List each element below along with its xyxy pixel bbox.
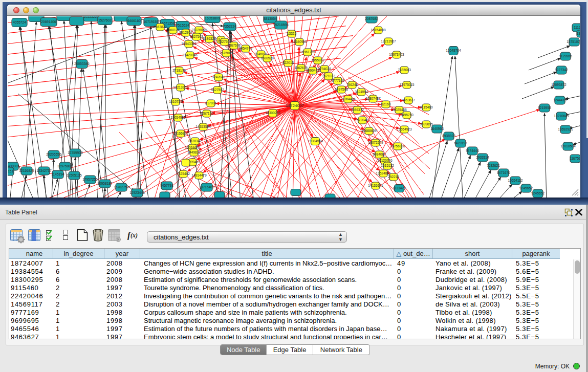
svg-text:2933114: 2933114 bbox=[476, 156, 489, 159]
svg-text:12093872: 12093872 bbox=[551, 83, 567, 86]
svg-text:6497508: 6497508 bbox=[335, 87, 348, 91]
svg-text:12505135: 12505135 bbox=[67, 173, 82, 177]
svg-text:9245652: 9245652 bbox=[531, 191, 545, 195]
svg-text:10807487: 10807487 bbox=[365, 97, 381, 100]
svg-text:18300295: 18300295 bbox=[265, 111, 280, 115]
svg-text:1588520: 1588520 bbox=[260, 56, 274, 60]
svg-text:9495750: 9495750 bbox=[400, 113, 413, 117]
svg-text:9463627: 9463627 bbox=[402, 98, 415, 102]
svg-text:6466160: 6466160 bbox=[127, 19, 141, 23]
svg-text:1640953: 1640953 bbox=[430, 127, 444, 130]
svg-text:9327508: 9327508 bbox=[218, 40, 231, 43]
svg-text:1621072: 1621072 bbox=[322, 74, 335, 78]
svg-text:18640910: 18640910 bbox=[292, 40, 307, 43]
svg-text:39151: 39151 bbox=[8, 169, 13, 173]
svg-text:7632621: 7632621 bbox=[487, 164, 500, 167]
svg-text:7515524: 7515524 bbox=[176, 24, 189, 27]
svg-text:1145194: 1145194 bbox=[51, 172, 64, 176]
svg-text:9457791: 9457791 bbox=[160, 184, 173, 187]
svg-text:12213359: 12213359 bbox=[173, 85, 188, 89]
svg-text:10553267: 10553267 bbox=[83, 16, 99, 18]
svg-text:20691406: 20691406 bbox=[41, 20, 56, 24]
svg-text:14914479: 14914479 bbox=[191, 173, 207, 177]
svg-text:8660124: 8660124 bbox=[166, 28, 180, 32]
svg-text:16782759: 16782759 bbox=[114, 185, 129, 189]
svg-text:32975887: 32975887 bbox=[57, 164, 73, 168]
svg-text:1112: 1112 bbox=[574, 26, 580, 29]
svg-text:7485003: 7485003 bbox=[398, 68, 411, 72]
svg-text:14353594: 14353594 bbox=[195, 125, 211, 128]
svg-text:3624554: 3624554 bbox=[355, 90, 368, 94]
svg-text:19054985: 19054985 bbox=[170, 116, 186, 119]
svg-text:13325: 13325 bbox=[577, 32, 580, 35]
svg-text:13654923: 13654923 bbox=[397, 127, 412, 131]
svg-text:9245652: 9245652 bbox=[519, 186, 533, 190]
svg-text:1527602: 1527602 bbox=[98, 18, 112, 22]
svg-text:10688609: 10688609 bbox=[361, 129, 377, 133]
svg-text:1663822: 1663822 bbox=[154, 25, 167, 29]
svg-text:16548784: 16548784 bbox=[446, 49, 461, 52]
svg-text:19166825: 19166825 bbox=[173, 132, 188, 135]
svg-text:1675685: 1675685 bbox=[220, 51, 233, 55]
svg-text:20206556: 20206556 bbox=[46, 152, 61, 156]
svg-text:9984067: 9984067 bbox=[373, 152, 386, 156]
svg-text:2087682: 2087682 bbox=[365, 17, 378, 20]
svg-text:9427552: 9427552 bbox=[211, 88, 224, 92]
svg-text:18724007: 18724007 bbox=[286, 103, 304, 108]
svg-text:12156829: 12156829 bbox=[19, 169, 34, 172]
svg-text:2718176: 2718176 bbox=[172, 69, 186, 72]
svg-text:13524861: 13524861 bbox=[376, 171, 391, 175]
svg-text:746246: 746246 bbox=[346, 83, 358, 86]
svg-text:9699695: 9699695 bbox=[420, 122, 433, 126]
svg-text:9129966: 9129966 bbox=[559, 54, 572, 58]
svg-text:17010504: 17010504 bbox=[560, 144, 576, 148]
svg-text:9115460: 9115460 bbox=[420, 105, 433, 109]
svg-text:9794028: 9794028 bbox=[318, 67, 331, 71]
svg-text:8267130: 8267130 bbox=[200, 112, 213, 115]
svg-text:10654112: 10654112 bbox=[508, 179, 523, 182]
svg-text:10025438: 10025438 bbox=[391, 108, 407, 112]
svg-text:1733426: 1733426 bbox=[393, 186, 406, 190]
svg-text:8454749: 8454749 bbox=[239, 47, 252, 50]
svg-text:16053809: 16053809 bbox=[205, 16, 220, 20]
svg-text:16154808: 16154808 bbox=[371, 28, 386, 32]
svg-text:8215958: 8215958 bbox=[538, 106, 551, 110]
svg-text:21364436: 21364436 bbox=[340, 97, 356, 101]
svg-text:12213967: 12213967 bbox=[381, 39, 396, 43]
svg-text:17957255: 17957255 bbox=[82, 178, 98, 181]
svg-text:17359938: 17359938 bbox=[68, 151, 83, 155]
svg-text:252214: 252214 bbox=[388, 175, 399, 179]
svg-text:7352224: 7352224 bbox=[223, 25, 236, 28]
svg-text:19384554: 19384554 bbox=[308, 139, 323, 143]
svg-text:9242848: 9242848 bbox=[212, 75, 225, 79]
svg-text:13325: 13325 bbox=[287, 32, 297, 35]
svg-text:6479197: 6479197 bbox=[454, 141, 467, 145]
svg-text:10973403: 10973403 bbox=[389, 53, 404, 56]
svg-text:16961755: 16961755 bbox=[300, 50, 315, 54]
svg-text:817006: 817006 bbox=[205, 101, 216, 105]
svg-text:12923448: 12923448 bbox=[129, 191, 145, 194]
svg-text:15751074: 15751074 bbox=[567, 40, 580, 43]
svg-text:18072249: 18072249 bbox=[368, 141, 383, 144]
svg-text:13692921: 13692921 bbox=[558, 127, 573, 131]
svg-text:10719155: 10719155 bbox=[143, 20, 159, 24]
svg-text:7986372: 7986372 bbox=[351, 108, 364, 112]
svg-text:19218596: 19218596 bbox=[273, 23, 289, 27]
svg-text:8471676: 8471676 bbox=[497, 171, 510, 174]
svg-text:12342737: 12342737 bbox=[36, 169, 52, 172]
svg-text:13716485: 13716485 bbox=[199, 185, 214, 189]
svg-text:1615132: 1615132 bbox=[381, 164, 394, 167]
svg-text:15720407: 15720407 bbox=[355, 118, 370, 122]
svg-text:10210643: 10210643 bbox=[554, 114, 569, 118]
svg-text:8878342: 8878342 bbox=[188, 139, 202, 143]
svg-text:9777169: 9777169 bbox=[331, 79, 344, 82]
svg-text:(x): (x) bbox=[130, 232, 138, 239]
svg-text:116753: 116753 bbox=[570, 157, 580, 160]
svg-text:70756928: 70756928 bbox=[390, 144, 405, 148]
svg-text:14136141: 14136141 bbox=[368, 184, 383, 187]
svg-text:1244415: 1244415 bbox=[553, 98, 567, 102]
svg-text:9227342: 9227342 bbox=[555, 68, 568, 72]
svg-text:8912954: 8912954 bbox=[179, 31, 192, 34]
svg-text:7955812: 7955812 bbox=[311, 58, 324, 62]
svg-text:9327503: 9327503 bbox=[190, 35, 203, 38]
